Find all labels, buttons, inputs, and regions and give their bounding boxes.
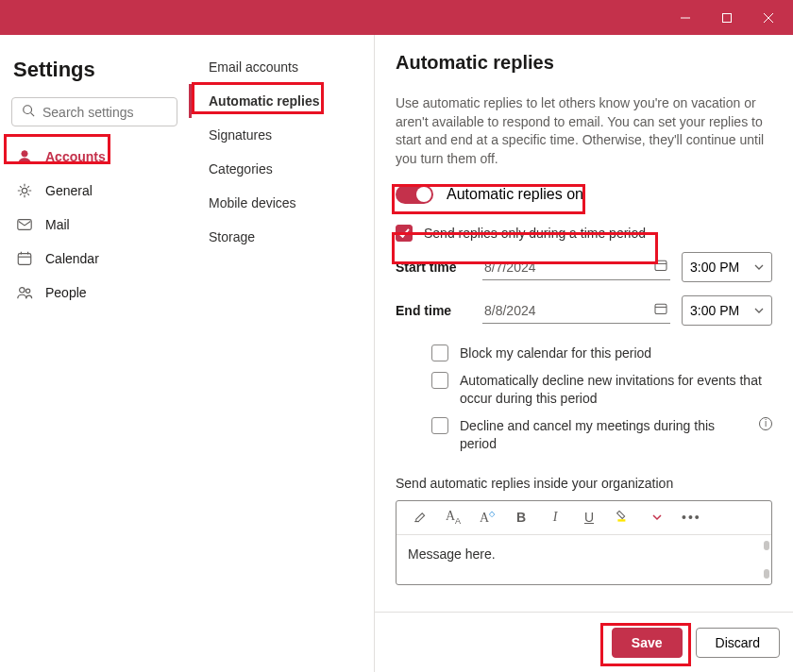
subnav-item-email-accounts[interactable]: Email accounts [189, 50, 374, 84]
sidebar-item-accounts[interactable]: Accounts [9, 140, 179, 174]
people-icon [15, 283, 34, 302]
calendar-icon [15, 249, 34, 268]
end-time-value: 3:00 PM [690, 303, 739, 318]
panel-footer: Save Discard [375, 612, 793, 672]
font-size-icon[interactable]: A◇ [478, 510, 497, 526]
sidebar-item-label: Accounts [45, 149, 106, 164]
svg-point-14 [25, 289, 29, 293]
block-calendar-checkbox[interactable] [431, 344, 448, 361]
sidebar-item-people[interactable]: People [9, 276, 179, 310]
timeperiod-label: Send replies only during a time period [424, 225, 646, 243]
calendar-icon [653, 301, 668, 319]
subnav-item-automatic-replies[interactable]: Automatic replies [189, 84, 374, 118]
autoreply-toggle-label: Automatic replies on [447, 186, 583, 203]
svg-point-13 [20, 288, 25, 293]
message-editor: AA A◇ B I U ••• Message here. [396, 500, 772, 585]
panel-title: Automatic replies [396, 52, 772, 74]
settings-title: Settings [9, 50, 179, 97]
gear-icon [15, 181, 34, 200]
window-minimize[interactable] [665, 3, 706, 33]
editor-toolbar: AA A◇ B I U ••• [396, 501, 771, 535]
start-time-value: 3:00 PM [690, 260, 739, 275]
svg-line-5 [31, 113, 35, 117]
timeperiod-checkbox[interactable] [396, 225, 413, 242]
editor-content: Message here. [408, 546, 496, 562]
subnav-item-mobile-devices[interactable]: Mobile devices [189, 186, 374, 220]
end-time-row: End time 8/8/2024 3:00 PM [396, 295, 772, 326]
block-calendar-row: Block my calendar for this period [431, 344, 772, 362]
timeperiod-checkbox-row: Send replies only during a time period [396, 225, 772, 243]
svg-point-7 [22, 188, 26, 193]
start-date-input[interactable]: 8/7/2024 [482, 254, 670, 280]
end-time-select[interactable]: 3:00 PM [682, 295, 772, 326]
svg-rect-17 [655, 304, 666, 313]
panel-description: Use automatic replies to let others know… [396, 94, 772, 168]
sidebar-item-calendar[interactable]: Calendar [9, 242, 179, 276]
sidebar-item-label: Calendar [45, 251, 99, 266]
search-input[interactable] [11, 97, 177, 126]
underline-button[interactable]: U [580, 510, 599, 525]
search-field[interactable] [42, 105, 208, 120]
svg-rect-8 [18, 220, 31, 230]
decline-invites-label: Automatically decline new invitations fo… [460, 372, 772, 408]
decline-invites-checkbox[interactable] [431, 372, 448, 389]
start-time-label: Start time [396, 260, 471, 275]
chevron-down-icon[interactable] [648, 510, 666, 525]
sidebar-item-label: Mail [45, 217, 70, 232]
subnav-item-signatures[interactable]: Signatures [189, 118, 374, 152]
sidebar-item-general[interactable]: General [9, 174, 179, 208]
scrollbar[interactable] [764, 541, 769, 579]
italic-button[interactable]: I [546, 510, 565, 525]
editor-body[interactable]: Message here. [396, 535, 771, 584]
start-time-row: Start time 8/7/2024 3:00 PM [396, 252, 772, 282]
decline-invites-row: Automatically decline new invitations fo… [431, 372, 772, 408]
end-date-value: 8/8/2024 [484, 303, 536, 318]
cancel-meetings-row: Decline and cancel my meetings during th… [431, 417, 772, 453]
more-button[interactable]: ••• [682, 510, 700, 525]
settings-sidebar: Settings Accounts General Mail Calendar … [0, 35, 189, 672]
chevron-down-icon [754, 303, 764, 318]
window-maximize[interactable] [706, 3, 748, 33]
info-icon[interactable]: i [759, 417, 772, 430]
end-date-input[interactable]: 8/8/2024 [482, 297, 670, 324]
svg-rect-9 [18, 254, 31, 265]
subnav-item-storage[interactable]: Storage [189, 220, 374, 254]
cancel-meetings-checkbox[interactable] [431, 417, 448, 434]
automatic-replies-panel: Automatic replies Use automatic replies … [375, 35, 793, 612]
cancel-meetings-label: Decline and cancel my meetings during th… [460, 417, 740, 453]
start-date-value: 8/7/2024 [484, 260, 536, 275]
mail-icon [15, 215, 34, 234]
inside-org-label: Send automatic replies inside your organ… [396, 476, 772, 491]
sidebar-item-mail[interactable]: Mail [9, 208, 179, 242]
svg-point-6 [22, 151, 27, 157]
bold-button[interactable]: B [512, 510, 531, 525]
chevron-down-icon [754, 260, 764, 275]
person-icon [15, 147, 34, 166]
svg-rect-15 [655, 260, 666, 270]
eraser-icon[interactable] [410, 509, 429, 527]
titlebar [0, 0, 793, 35]
block-calendar-label: Block my calendar for this period [460, 344, 651, 362]
svg-rect-1 [723, 13, 732, 22]
svg-rect-19 [617, 519, 625, 521]
calendar-icon [653, 258, 668, 276]
save-button[interactable]: Save [612, 628, 683, 658]
subnav-item-categories[interactable]: Categories [189, 152, 374, 186]
svg-point-4 [24, 106, 32, 114]
font-icon[interactable]: AA [444, 509, 463, 526]
sidebar-item-label: General [45, 183, 93, 198]
search-icon [22, 104, 35, 120]
autoreply-toggle[interactable] [396, 185, 433, 204]
calendar-options: Block my calendar for this period Automa… [431, 344, 772, 452]
autoreply-toggle-row: Automatic replies on [396, 185, 772, 204]
sidebar-item-label: People [45, 285, 87, 300]
settings-subnav: Email accounts Automatic replies Signatu… [189, 35, 375, 672]
start-time-select[interactable]: 3:00 PM [682, 252, 772, 282]
end-time-label: End time [396, 303, 471, 318]
highlight-button[interactable] [614, 509, 633, 527]
discard-button[interactable]: Discard [696, 628, 780, 658]
window-close[interactable] [748, 3, 789, 33]
